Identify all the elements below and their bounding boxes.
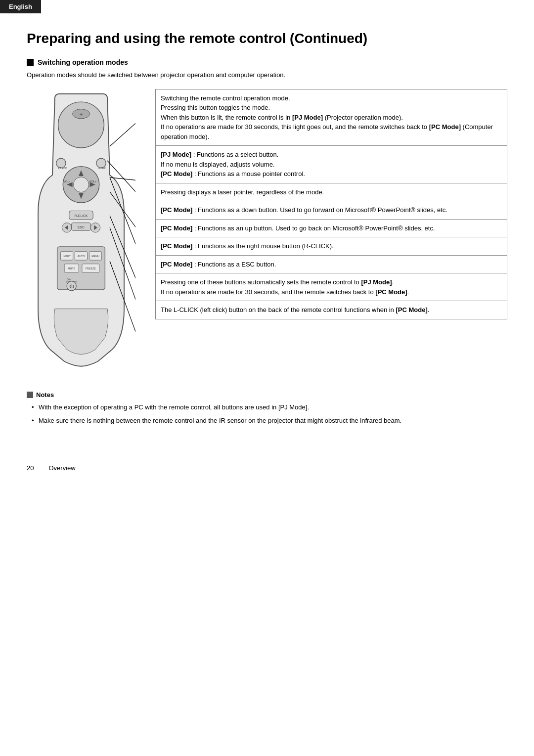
section-heading: Switching operation modes: [27, 58, 507, 66]
svg-line-38: [110, 106, 135, 146]
section-heading-text: Switching operation modes: [38, 58, 128, 66]
page-number: 20: [27, 464, 34, 472]
notes-list: With the exception of operating a PC wit…: [27, 402, 507, 426]
main-layout: ✦ PJ MOD LASER VOL-: [27, 89, 507, 377]
svg-text:AUTO: AUTO: [78, 255, 85, 258]
callout-table: Switching the remote control operation m…: [155, 89, 507, 319]
callout-row-pj-mode-auto: Pressing one of these buttons automatica…: [155, 273, 507, 301]
page-footer: 20 Overview: [0, 464, 534, 472]
language-tab: English: [0, 0, 41, 13]
callout-row-mode-switch: Switching the remote control operation m…: [155, 89, 507, 146]
svg-point-3: [56, 158, 66, 168]
svg-text:R-CLICK: R-CLICK: [74, 214, 88, 218]
svg-text:✦: ✦: [79, 112, 83, 117]
svg-text:MUTE: MUTE: [68, 267, 75, 270]
notes-heading: Notes: [27, 391, 507, 399]
svg-text:INPUT: INPUT: [63, 255, 71, 258]
callout-row-l-click: The L-CLICK (left click) button on the b…: [155, 301, 507, 319]
notes-icon: [27, 392, 33, 398]
remote-control-svg: ✦ PJ MOD LASER VOL-: [27, 89, 135, 376]
svg-text:PJ MOD: PJ MOD: [58, 167, 68, 170]
section-intro: Operation modes should be switched betwe…: [27, 70, 507, 80]
callout-row-pj-mode-select: [PJ Mode] : Functions as a select button…: [155, 146, 507, 183]
svg-point-8: [74, 177, 89, 192]
svg-text:MENU: MENU: [91, 255, 99, 258]
notes-heading-text: Notes: [36, 391, 54, 399]
callout-row-pc-mode-esc: [PC Mode] : Functions as a ESC button.: [155, 256, 507, 274]
callout-row-laser-pointer: Pressing displays a laser pointer, regar…: [155, 183, 507, 202]
note-item-0: With the exception of operating a PC wit…: [32, 402, 507, 412]
svg-point-5: [96, 158, 106, 168]
footer-section: Overview: [48, 464, 75, 472]
svg-text:ON/: ON/: [67, 278, 71, 281]
page-title: Preparing and using the remote control (…: [27, 30, 507, 47]
svg-text:⏻: ⏻: [69, 283, 74, 289]
svg-text:ESC: ESC: [78, 225, 85, 229]
remote-diagram: ✦ PJ MOD LASER VOL-: [27, 89, 155, 377]
section-heading-icon: [27, 59, 34, 66]
callout-row-pc-mode-up: [PC Mode] : Functions as an up button. U…: [155, 220, 507, 238]
note-item-1: Make sure there is nothing between the r…: [32, 416, 507, 426]
svg-point-0: [58, 102, 104, 148]
svg-text:LASER: LASER: [98, 167, 106, 170]
callout-row-pc-mode-down: [PC Mode] : Functions as a down button. …: [155, 201, 507, 220]
svg-text:FREEZE: FREEZE: [86, 267, 96, 270]
svg-text:VOL+: VOL+: [89, 180, 97, 183]
callout-row-pc-mode-rclick: [PC Mode] : Functions as the right mouse…: [155, 237, 507, 256]
svg-text:VOL-: VOL-: [63, 180, 70, 183]
notes-section: Notes With the exception of operating a …: [27, 391, 507, 426]
